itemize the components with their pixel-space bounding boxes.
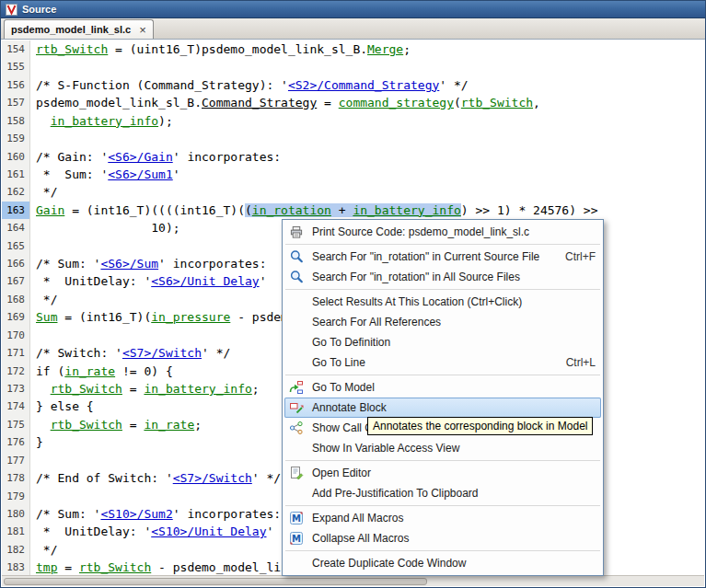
- menu-item-collapse-all-macros[interactable]: MCollapse All Macros: [284, 528, 601, 548]
- line-number: 157: [2, 94, 30, 111]
- menu-item-go-to-line[interactable]: Go To LineCtrl+L: [284, 352, 601, 373]
- code-line[interactable]: 157psdemo_model_link_sl_B.Command_Strate…: [2, 94, 704, 111]
- code-link[interactable]: <S7>/Switch: [122, 346, 202, 360]
- code-link[interactable]: rtb_Switch: [79, 560, 151, 574]
- code-link[interactable]: <S10>/Unit Delay: [151, 525, 266, 538]
- code-token: =: [317, 96, 338, 110]
- code-line[interactable]: 154rtb_Switch = (uint16_T)psdemo_model_l…: [2, 40, 704, 58]
- code-text[interactable]: * Sum: '<S6>/Sum1': [30, 166, 180, 183]
- code-link[interactable]: <S6>/Sum: [100, 257, 158, 271]
- code-text[interactable]: if (in_rate != 0) {: [30, 363, 173, 380]
- code-token: /* S-Function (Command_Strategy): ': [36, 78, 288, 92]
- code-token: ' incorporates:: [173, 150, 281, 164]
- code-link[interactable]: Gain: [36, 203, 64, 217]
- svg-text:M: M: [292, 534, 301, 544]
- code-token: /* Gain: ': [36, 150, 108, 164]
- code-text[interactable]: /* Sum: '<S10>/Sum2' incorporates:: [30, 505, 281, 523]
- code-text[interactable]: rtb_Switch = in_rate;: [30, 416, 202, 433]
- menu-item-search-for-in-rotation-in-all-source-files[interactable]: Search For "in_rotation" in All Source F…: [284, 267, 601, 287]
- horizontal-scrollbar[interactable]: [2, 575, 704, 586]
- code-text[interactable]: [30, 327, 36, 344]
- code-text[interactable]: 10);: [30, 219, 180, 236]
- menu-separator: [285, 289, 600, 290]
- code-text[interactable]: [30, 58, 36, 75]
- code-link[interactable]: in_battery_info: [353, 203, 460, 217]
- code-text[interactable]: }: [30, 433, 43, 451]
- scrollbar-thumb[interactable]: [4, 578, 427, 585]
- tab-close-icon[interactable]: ×: [139, 24, 146, 36]
- code-line[interactable]: 159: [2, 130, 704, 147]
- menu-item-select-results-at-this-location-ctrl-click[interactable]: Select Results At This Location (Ctrl+Cl…: [284, 292, 601, 312]
- code-link[interactable]: rtb_Switch: [36, 42, 108, 56]
- line-number: 162: [2, 183, 30, 201]
- code-link[interactable]: <S6>/Gain: [108, 150, 172, 164]
- code-link[interactable]: in_rate: [64, 364, 115, 378]
- code-text[interactable]: */: [30, 291, 57, 308]
- menu-item-expand-all-macros[interactable]: MExpand All Macros: [284, 508, 601, 528]
- code-text[interactable]: /* S-Function (Command_Strategy): '<S2>/…: [30, 76, 469, 94]
- menu-item-create-duplicate-code-window[interactable]: Create Duplicate Code Window: [284, 553, 601, 573]
- menu-item-add-pre-justification-to-clipboard[interactable]: Add Pre-Justification To Clipboard: [284, 483, 601, 503]
- tab-psdemo-model-link-sl-c[interactable]: psdemo_model_link_sl.c ×: [4, 19, 154, 39]
- menu-item-show-in-variable-access-view[interactable]: Show In Variable Access View: [284, 438, 601, 458]
- code-link[interactable]: <S6>/Unit Delay: [151, 274, 259, 288]
- code-token: */: [36, 293, 57, 306]
- code-link[interactable]: in_battery_info: [51, 114, 158, 128]
- menu-item-shortcut: Ctrl+L: [550, 356, 596, 369]
- code-line[interactable]: 163Gain = (int16_T)((((int16_T)((in_rota…: [2, 202, 704, 219]
- code-link[interactable]: <S7>/Switch: [173, 471, 252, 485]
- code-link[interactable]: Command_Strategy: [202, 96, 317, 110]
- code-link[interactable]: Sum: [36, 310, 57, 324]
- code-text[interactable]: [30, 488, 36, 505]
- code-text[interactable]: /* End of Switch: '<S7>/Switch' */: [30, 469, 281, 487]
- code-text[interactable]: /* Sum: '<S6>/Sum' incorporates:: [30, 255, 266, 272]
- code-text[interactable]: [30, 452, 36, 469]
- code-link[interactable]: in_rotation: [252, 203, 331, 217]
- code-line[interactable]: 156/* S-Function (Command_Strategy): '<S…: [2, 76, 704, 94]
- code-text[interactable]: [30, 130, 36, 147]
- code-text[interactable]: } else {: [30, 398, 94, 415]
- code-line[interactable]: 155: [2, 58, 704, 75]
- menu-item-search-for-all-references[interactable]: Search For All References: [284, 312, 601, 332]
- menu-item-print-source-code-psdemo-model-link-sl-c[interactable]: Print Source Code: psdemo_model_link_sl.…: [284, 222, 601, 242]
- code-text[interactable]: * UnitDelay: '<S10>/Unit Delay': [30, 523, 273, 540]
- code-link[interactable]: in_battery_info: [144, 382, 251, 396]
- code-line[interactable]: 160/* Gain: '<S6>/Gain' incorporates:: [2, 148, 704, 166]
- code-link[interactable]: in_pressure: [151, 310, 230, 324]
- code-link[interactable]: Merge: [367, 42, 403, 56]
- line-number: 173: [2, 380, 30, 398]
- code-line[interactable]: 162 */: [2, 183, 704, 201]
- code-link[interactable]: <S10>/Sum2: [100, 507, 172, 521]
- code-text[interactable]: * UnitDelay: '<S6>/Unit Delay': [30, 272, 266, 290]
- code-link[interactable]: command_strategy: [339, 96, 454, 110]
- code-text[interactable]: rtb_Switch = in_battery_info;: [30, 380, 260, 398]
- code-link[interactable]: rtb_Switch: [51, 418, 122, 432]
- code-link[interactable]: <S6>/Sum1: [108, 167, 172, 181]
- code-line[interactable]: 161 * Sum: '<S6>/Sum1': [2, 166, 704, 183]
- menu-item-go-to-definition[interactable]: Go To Definition: [284, 332, 601, 352]
- code-token: ) >> 1) * 24576) >>: [461, 203, 598, 217]
- code-text[interactable]: [30, 237, 36, 255]
- menu-item-search-for-in-rotation-in-current-source-file[interactable]: Search For "in_rotation" in Current Sour…: [284, 247, 601, 267]
- menu-item-shortcut: Ctrl+F: [549, 250, 596, 263]
- code-link[interactable]: tmp: [36, 560, 57, 574]
- code-link[interactable]: rtb_Switch: [51, 382, 122, 396]
- menu-item-open-editor[interactable]: Open Editor: [284, 463, 601, 483]
- code-link[interactable]: in_rate: [144, 418, 194, 432]
- code-text[interactable]: /* Switch: '<S7>/Switch' */: [30, 344, 230, 362]
- code-text[interactable]: psdemo_model_link_sl_B.Command_Strategy …: [30, 94, 540, 111]
- menu-item-go-to-model[interactable]: Go To Model: [284, 377, 601, 398]
- code-text[interactable]: rtb_Switch = (uint16_T)psdemo_model_link…: [30, 40, 411, 58]
- code-text[interactable]: /* Gain: '<S6>/Gain' incorporates:: [30, 148, 281, 166]
- line-number: 168: [2, 291, 30, 308]
- code-text[interactable]: Gain = (int16_T)((((int16_T)((in_rotatio…: [30, 202, 598, 219]
- menu-item-label: Go To Definition: [312, 336, 390, 349]
- code-text[interactable]: */: [30, 183, 57, 201]
- code-link[interactable]: rtb_Switch: [461, 96, 533, 110]
- code-text[interactable]: in_battery_info);: [30, 112, 173, 130]
- code-text[interactable]: */: [30, 541, 57, 559]
- menu-item-label: Search For "in_rotation" in Current Sour…: [312, 250, 539, 263]
- menu-item-annotate-block[interactable]: Annotate Block: [284, 398, 601, 418]
- code-link[interactable]: <S2>/Command_Strategy: [288, 78, 439, 92]
- code-line[interactable]: 158 in_battery_info);: [2, 112, 704, 130]
